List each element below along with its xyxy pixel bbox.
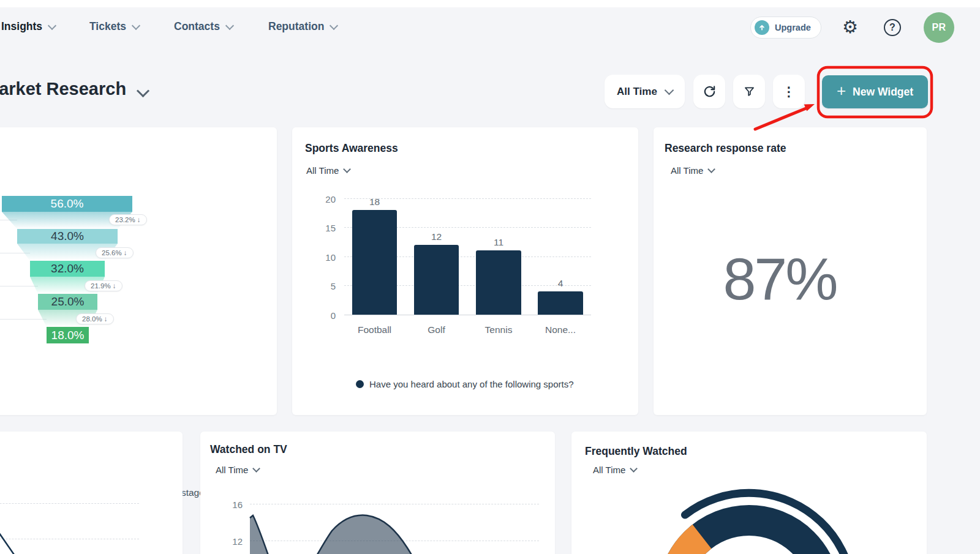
upgrade-label: Upgrade <box>775 23 811 32</box>
response-rate-value: 87% <box>654 245 906 313</box>
donut-chart[interactable] <box>571 481 927 554</box>
new-widget-button[interactable]: + New Widget <box>822 75 928 108</box>
x-category-label: Football <box>352 324 397 335</box>
widget-time-filter[interactable]: All Time <box>216 465 259 475</box>
funnel-stage-5[interactable]: 18.0% <box>47 327 89 343</box>
y-tick: 0 <box>311 310 336 321</box>
chevron-down-icon <box>225 21 234 29</box>
user-avatar[interactable]: PR <box>924 12 954 43</box>
x-category-label: Tennis <box>476 324 521 335</box>
widget-time-filter[interactable]: All Time <box>593 465 636 475</box>
settings-gear-icon[interactable]: ⚙ <box>842 17 858 37</box>
widget-card-funnel: 56.0% 43.0% 32.0% 25.0% 18.0% 23.2% ↓ 25… <box>0 127 277 415</box>
widget-time-filter[interactable]: All Time <box>671 165 714 176</box>
y-tick: 15 <box>311 223 336 233</box>
bar-value-label: 11 <box>476 237 521 248</box>
funnel-drop-badge-1: 23.2% ↓ <box>109 214 147 225</box>
page-title-chevron-icon[interactable] <box>137 84 149 97</box>
legend-dot-icon <box>356 380 364 388</box>
chevron-down-icon <box>252 465 260 473</box>
nav-item-tickets[interactable]: Tickets <box>89 20 139 33</box>
bar-value-label: 18 <box>352 197 397 208</box>
chevron-down-icon <box>132 21 140 29</box>
widget-time-filter-label: All Time <box>306 165 339 176</box>
annotation-arrow-line <box>755 108 807 130</box>
new-widget-label: New Widget <box>853 86 913 99</box>
funnel-stage-5-value: 18.0% <box>51 329 85 342</box>
dashboard-app: Insights Tickets Contacts Reputation Upg… <box>0 0 980 554</box>
upgrade-arrow-icon <box>755 20 769 35</box>
nav-item-reputation[interactable]: Reputation <box>268 20 337 33</box>
bar-value-label: 4 <box>538 278 583 289</box>
partial-line-chart <box>0 493 183 554</box>
y-tick: 20 <box>311 194 336 204</box>
window-top-strip <box>0 0 980 7</box>
nav-label-contacts: Contacts <box>174 20 220 33</box>
chevron-down-icon <box>330 21 338 29</box>
funnel-stage-4-value: 25.0% <box>51 295 85 309</box>
funnel-stage-3-value: 32.0% <box>51 262 84 275</box>
plus-icon: + <box>837 81 846 100</box>
funnel-drop-badge-4: 28.0% ↓ <box>76 313 114 324</box>
nav-label-reputation: Reputation <box>268 20 324 33</box>
funnel-gridline <box>0 319 47 320</box>
legend-label: Have you heard about any of the followin… <box>369 379 574 389</box>
widget-title: Sports Awareness <box>305 142 398 155</box>
widget-title: Research response rate <box>665 142 786 155</box>
widget-card-watched-on-tv: Watched on TV All Time 16 12 <box>200 432 555 554</box>
widget-card-response-rate: Research response rate All Time 87% <box>654 127 927 415</box>
y-tick: 10 <box>311 252 336 263</box>
x-category-label: Golf <box>414 324 459 335</box>
funnel-stage-2[interactable]: 43.0% <box>17 229 118 244</box>
chevron-down-icon <box>48 21 56 29</box>
bar-football[interactable] <box>352 210 397 315</box>
refresh-icon <box>703 84 717 99</box>
filter-button[interactable] <box>733 75 765 108</box>
chevron-down-icon <box>665 86 674 95</box>
widget-title: Frequently Watched <box>585 445 687 458</box>
funnel-stage-2-value: 43.0% <box>51 230 84 243</box>
chevron-down-icon <box>630 465 638 473</box>
upgrade-button[interactable]: Upgrade <box>750 17 821 39</box>
bar-value-label: 12 <box>414 231 459 242</box>
more-options-button[interactable]: ⋮ <box>773 75 805 108</box>
funnel-drop-badge-3: 21.9% ↓ <box>85 280 123 291</box>
funnel-drop-badge-2: 25.6% ↓ <box>96 247 134 258</box>
refresh-button[interactable] <box>693 75 725 108</box>
nav-label-tickets: Tickets <box>89 20 126 33</box>
nav-label-insights: Insights <box>1 20 42 33</box>
chevron-down-icon <box>343 165 351 173</box>
y-tick: 5 <box>311 281 336 291</box>
nav-item-insights[interactable]: Insights <box>1 20 55 33</box>
widget-time-filter-label: All Time <box>216 465 248 475</box>
time-filter-dropdown[interactable]: All Time <box>605 75 685 108</box>
page-title: Market Research <box>0 79 126 99</box>
help-icon[interactable]: ? <box>884 19 901 36</box>
funnel-stage-4[interactable]: 25.0% <box>38 294 97 310</box>
widget-card-partial-left <box>0 432 183 554</box>
filter-funnel-icon <box>743 85 756 98</box>
funnel-gridline <box>0 286 38 286</box>
chevron-down-icon <box>707 165 715 173</box>
bar-none[interactable] <box>538 291 583 315</box>
bar-tennis[interactable] <box>476 250 521 315</box>
area-chart <box>200 493 555 554</box>
nav-item-contacts[interactable]: Contacts <box>174 20 233 33</box>
widget-time-filter[interactable]: All Time <box>306 165 350 176</box>
annotation-arrow-head <box>804 104 815 111</box>
widget-card-sports-awareness: Sports Awareness All Time 20 15 10 5 0 1… <box>292 127 638 415</box>
widget-time-filter-label: All Time <box>593 465 625 475</box>
time-filter-label: All Time <box>617 86 657 98</box>
widget-title: Watched on TV <box>210 443 287 456</box>
bar-golf[interactable] <box>414 245 459 315</box>
x-axis-line <box>344 315 591 315</box>
widget-time-filter-label: All Time <box>671 165 703 176</box>
funnel-stage-1[interactable]: 56.0% <box>2 196 132 212</box>
funnel-stage-3[interactable]: 32.0% <box>30 261 105 277</box>
funnel-stage-1-value: 56.0% <box>51 197 84 211</box>
x-category-label: None... <box>538 324 583 335</box>
widget-card-frequently-watched: Frequently Watched All Time <box>571 432 927 554</box>
